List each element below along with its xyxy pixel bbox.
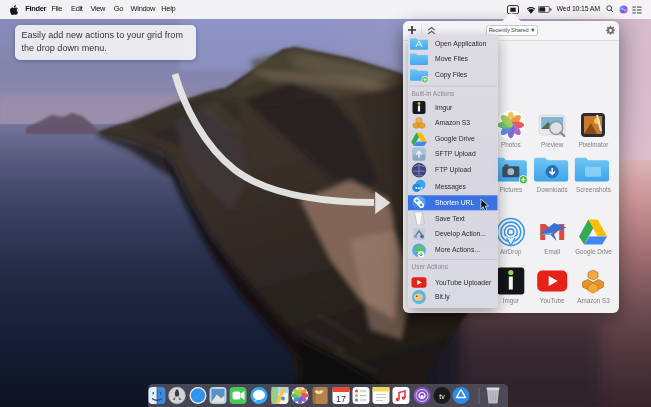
svg-text:17: 17 [336,393,346,403]
svg-text:tv: tv [439,392,445,399]
